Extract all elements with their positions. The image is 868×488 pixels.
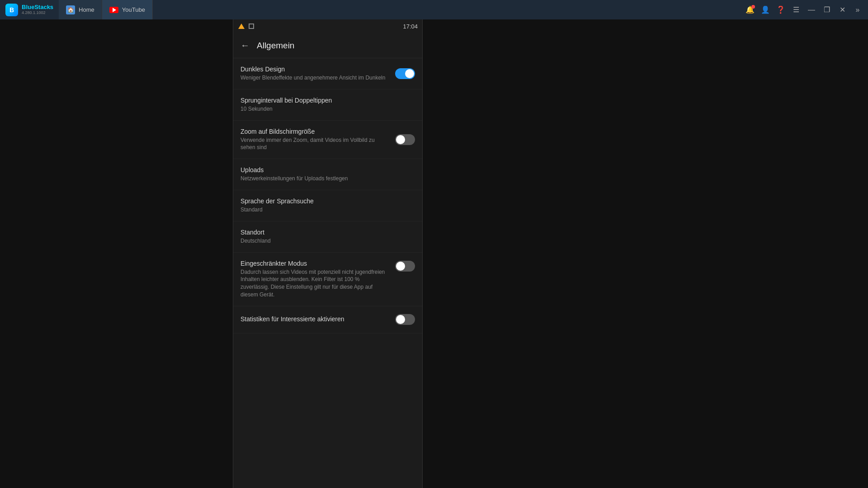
help-button[interactable]: ❓ [774, 3, 788, 17]
bluestacks-name: BlueStacks [22, 4, 53, 10]
account-button[interactable]: 👤 [759, 3, 772, 17]
setting-zoom-screen-text: Zoom auf Bildschirmgröße Verwende immer … [241, 128, 390, 152]
toggle-zoom-screen[interactable] [395, 134, 415, 145]
main-area: 17:04 ← Allgemein Dunkles Design Weniger… [0, 19, 868, 488]
setting-location[interactable]: Standort Deutschland [233, 221, 422, 253]
setting-uploads[interactable]: Uploads Netzwerkeinstellungen für Upload… [233, 159, 422, 190]
right-area [423, 19, 868, 488]
tab-youtube-label: YouTube [122, 6, 145, 13]
title-bar-right: 🔔 👤 ❓ ☰ — ❐ ✕ » [743, 3, 868, 17]
bluestacks-logo: B BlueStacks 4.280.1.1002 [0, 0, 59, 19]
page-title: Allgemein [257, 41, 294, 51]
setting-dark-design-text: Dunkles Design Weniger Blendeffekte und … [241, 66, 390, 82]
setting-restricted-mode-desc: Dadurch lassen sich Videos mit potenziel… [241, 268, 390, 299]
setting-stats[interactable]: Statistiken für Interessierte aktivieren [233, 306, 422, 333]
left-area [0, 19, 233, 488]
back-button[interactable]: ← [241, 40, 250, 51]
toggle-stats-knob [396, 315, 405, 324]
setting-zoom-screen[interactable]: Zoom auf Bildschirmgröße Verwende immer … [233, 121, 422, 160]
title-bar-left: B BlueStacks 4.280.1.1002 🏠 Home YouTube [0, 0, 153, 19]
bluestacks-icon: B [5, 4, 18, 16]
title-bar: B BlueStacks 4.280.1.1002 🏠 Home YouTube… [0, 0, 868, 19]
square-status-icon [249, 23, 254, 29]
phone-area: 17:04 ← Allgemein Dunkles Design Weniger… [233, 19, 423, 488]
setting-dark-design-title: Dunkles Design [241, 66, 390, 73]
setting-restricted-mode[interactable]: Eingeschränkter Modus Dadurch lassen sic… [233, 253, 422, 306]
setting-voice-search-lang-desc: Standard [241, 206, 410, 214]
setting-voice-search-lang-title: Sprache der Sprachsuche [241, 197, 410, 205]
close-button[interactable]: ✕ [835, 3, 849, 17]
minimize-button[interactable]: — [805, 3, 818, 17]
bluestacks-branding: BlueStacks 4.280.1.1002 [22, 4, 53, 15]
toggle-dark-design[interactable] [395, 68, 415, 79]
toggle-zoom-screen-knob [396, 135, 405, 144]
setting-zoom-screen-desc: Verwende immer den Zoom, damit Videos im… [241, 136, 390, 152]
youtube-icon [109, 7, 118, 13]
setting-dark-design-desc: Weniger Blendeffekte und angenehmere Ans… [241, 74, 390, 82]
setting-uploads-desc: Netzwerkeinstellungen für Uploads festle… [241, 175, 410, 183]
square-icon [248, 23, 255, 30]
youtube-play-icon [113, 8, 116, 12]
app-content: ← Allgemein Dunkles Design Weniger Blend… [233, 33, 422, 488]
tab-home[interactable]: 🏠 Home [59, 0, 102, 19]
setting-location-desc: Deutschland [241, 237, 410, 245]
setting-voice-search-lang-text: Sprache der Sprachsuche Standard [241, 197, 410, 214]
setting-location-text: Standort Deutschland [241, 229, 410, 245]
setting-jump-interval-desc: 10 Sekunden [241, 105, 410, 113]
setting-uploads-text: Uploads Netzwerkeinstellungen für Upload… [241, 166, 410, 183]
notification-button[interactable]: 🔔 [743, 3, 757, 17]
toggle-restricted-mode-knob [396, 262, 405, 271]
toggle-restricted-mode[interactable] [395, 261, 415, 272]
setting-restricted-mode-title: Eingeschränkter Modus [241, 260, 390, 267]
restore-button[interactable]: ❐ [820, 3, 834, 17]
setting-jump-interval-text: Sprungintervall bei Doppeltippen 10 Seku… [241, 97, 410, 113]
setting-stats-text: Statistiken für Interessierte aktivieren [241, 315, 390, 324]
status-time: 17:04 [403, 23, 418, 30]
setting-voice-search-lang[interactable]: Sprache der Sprachsuche Standard [233, 190, 422, 221]
toggle-dark-design-knob [405, 69, 414, 78]
bluestacks-version: 4.280.1.1002 [22, 11, 53, 15]
tab-youtube[interactable]: YouTube [102, 0, 153, 19]
triangle-warning-icon [238, 23, 245, 29]
status-bar: 17:04 [233, 19, 422, 33]
setting-dark-design[interactable]: Dunkles Design Weniger Blendeffekte und … [233, 58, 422, 89]
app-header: ← Allgemein [233, 33, 422, 58]
status-icons [238, 23, 255, 30]
setting-zoom-screen-title: Zoom auf Bildschirmgröße [241, 128, 390, 135]
setting-jump-interval[interactable]: Sprungintervall bei Doppeltippen 10 Seku… [233, 89, 422, 121]
setting-stats-title: Statistiken für Interessierte aktivieren [241, 315, 390, 323]
expand-button[interactable]: » [851, 3, 864, 17]
setting-restricted-mode-text: Eingeschränkter Modus Dadurch lassen sic… [241, 260, 390, 299]
warning-icon [238, 23, 245, 30]
menu-button[interactable]: ☰ [789, 3, 803, 17]
setting-jump-interval-title: Sprungintervall bei Doppeltippen [241, 97, 410, 104]
setting-uploads-title: Uploads [241, 166, 410, 174]
setting-location-title: Standort [241, 229, 410, 236]
settings-list: Dunkles Design Weniger Blendeffekte und … [233, 58, 422, 333]
tab-home-label: Home [79, 6, 94, 13]
notification-badge [751, 5, 755, 9]
home-icon: 🏠 [66, 5, 75, 14]
toggle-stats[interactable] [395, 314, 415, 325]
